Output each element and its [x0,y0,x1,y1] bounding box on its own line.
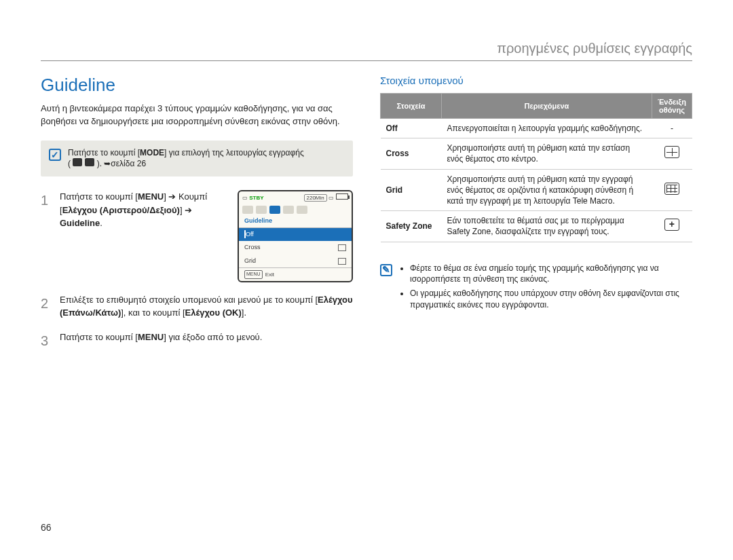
s3-end: ] για έξοδο από το μενού. [164,332,262,342]
row-sz-name: Safety Zone [381,211,442,242]
sd-icon: ▭ [242,195,248,201]
s2-end: ]. [242,307,246,318]
osd-safetyzone-icon [664,219,679,231]
intro-text: Αυτή η βιντεοκάμερα παρέχει 3 τύπους γρα… [41,102,353,128]
s2-ctrl2: Ελέγχου (OK) [185,307,242,318]
row-grid-icon [652,169,692,211]
tips-list: Φέρτε το θέμα σε ένα σημείο τομής της γρ… [399,263,692,314]
video-mode-icon [73,158,82,166]
mode-icons [73,158,94,166]
photo-mode-icon [85,158,94,166]
lcd-menu-title: Guideline [239,215,352,227]
right-column: Στοιχεία υπομενού Στοιχεία Περιεχόμενα Έ… [380,75,692,362]
step-3-num: 3 [41,331,52,351]
row-cross-icon [652,138,692,169]
s1-txt-a: Πατήστε το κουμπί [ [60,191,138,202]
rec-time: 220Min [304,194,327,202]
row-off-desc: Απενεργοποιείται η λειτουργία γραμμής κα… [442,119,652,138]
s1-ctrl: Ελέγχου (Αριστερού/Δεξιού) [62,205,180,215]
table-header-row: Στοιχεία Περιεχόμενα Ένδειξη οθόνης [381,94,692,119]
lcd-off-label: Off [246,231,254,238]
lcd-screenshot: ▭ STBY 220Min ▭ Guideline Off [238,190,353,282]
tip-item: Φέρτε το θέμα σε ένα σημείο τομής της γρ… [410,263,692,286]
s2-txt-b: ], και το κουμπί [ [121,307,185,318]
s3-menu: MENU [138,332,164,342]
table-row: Safety Zone Εάν τοποθετείτε τα θέματά σα… [381,211,692,242]
lcd-item-cross: Cross [239,241,352,255]
lcd-tab-active [269,206,280,214]
tips-box: ✎ Φέρτε το θέμα σε ένα σημείο τομής της … [380,263,692,314]
s1-end: . [100,218,102,228]
steps-list: 1 Πατήστε το κουμπί [MENU] ➔ Κουμπί [Ελέ… [41,190,353,351]
s2-txt-a: Επιλέξτε το επιθυμητό στοιχείο υπομενού … [60,295,318,305]
step-3-body: Πατήστε το κουμπί [MENU] για έξοδο από τ… [60,331,353,344]
mode-note-text: Πατήστε το κουμπί [MODE] για επιλογή της… [68,147,304,170]
step-3-row: 3 Πατήστε το κουμπί [MENU] για έξοδο από… [41,331,353,351]
lcd-exit-row: MENUExit [239,267,352,281]
step-1-row: 1 Πατήστε το κουμπί [MENU] ➔ Κουμπί [Ελέ… [41,190,353,282]
row-sz-icon [652,211,692,242]
table-row: Off Απενεργοποιείται η λειτουργία γραμμή… [381,119,692,138]
th-osd: Ένδειξη οθόνης [652,94,692,119]
mode-note-prefix: Πατήστε το κουμπί [ [68,148,140,157]
th-desc: Περιεχόμενα [442,94,652,119]
s3-txt-a: Πατήστε το κουμπί [ [60,332,138,342]
note-check-icon: ✓ [49,149,61,161]
content-columns: Guideline Αυτή η βιντεοκάμερα παρέχει 3 … [41,75,692,362]
page-number: 66 [41,522,52,533]
row-cross-name: Cross [381,138,442,169]
lcd-tab-1 [242,206,253,214]
mode-note-box: ✓ Πατήστε το κουμπί [MODE] για επιλογή τ… [41,141,353,177]
tips-note-icon: ✎ [380,264,392,276]
lcd-frame: ▭ STBY 220Min ▭ Guideline Off [238,190,353,282]
lcd-tab-5 [297,206,307,214]
chapter-title: προηγμένες ρυθμίσεις εγγραφής [41,41,692,61]
lcd-statusbar: ▭ STBY 220Min ▭ [239,191,352,204]
lcd-cross-label: Cross [244,243,261,253]
tip-item: Οι γραμμές καθοδήγησης που υπάρχουν στην… [410,288,692,311]
th-items: Στοιχεία [381,94,442,119]
step-2-row: 2 Επιλέξτε το επιθυμητό στοιχείο υπομενο… [41,293,353,320]
row-cross-desc: Χρησιμοποιήστε αυτή τη ρύθμιση κατά την … [442,138,652,169]
page-ref: σελίδα 26 [111,159,146,168]
lcd-item-off: Off [239,228,352,242]
osd-grid-icon [664,183,679,195]
menu-tag: MENU [244,270,263,279]
lcd-tab-4 [283,206,294,214]
s1-menu: MENU [138,191,164,202]
grid-thumb-icon [338,258,346,265]
mode-label: MODE [140,148,164,157]
submenu-heading: Στοιχεία υπομενού [380,75,692,86]
section-title: Guideline [41,75,353,96]
step-1-num: 1 [41,190,52,210]
step-1-body: Πατήστε το κουμπί [MENU] ➔ Κουμπί [Ελέγχ… [60,190,229,230]
lcd-option-list: Off Cross Grid [239,227,352,268]
s1-target: Guideline [60,218,100,228]
row-grid-desc: Χρησιμοποιήστε αυτή τη ρύθμιση κατά την … [442,169,652,211]
left-column: Guideline Αυτή η βιντεοκάμερα παρέχει 3 … [41,75,353,362]
osd-cross-icon [664,146,679,158]
row-off-name: Off [381,119,442,138]
table-row: Cross Χρησιμοποιήστε αυτή τη ρύθμιση κατ… [381,138,692,169]
lcd-grid-label: Grid [244,257,256,266]
row-off-icon: - [652,119,692,138]
lcd-tab-2 [256,206,267,214]
stby-label: STBY [249,195,263,201]
step-2-num: 2 [41,293,52,314]
table-row: Grid Χρησιμοποιήστε αυτή τη ρύθμιση κατά… [381,169,692,211]
mode-note-suffix: ] για επιλογή της λειτουργίας εγγραφής [164,148,304,157]
exit-label: Exit [265,271,274,279]
lcd-item-grid: Grid [239,255,352,268]
row-sz-desc: Εάν τοποθετείτε τα θέματά σας με το περί… [442,211,652,242]
battery-icon [336,193,348,200]
s1-txt-c: ] ➔ [180,205,192,215]
cross-thumb-icon [338,244,346,251]
storage-icon: ▭ [328,195,334,201]
submenu-table: Στοιχεία Περιεχόμενα Ένδειξη οθόνης Off … [380,93,692,242]
step-2-body: Επιλέξτε το επιθυμητό στοιχείο υπομενού … [60,293,353,320]
lcd-tabs [239,204,352,215]
row-grid-name: Grid [381,169,442,211]
